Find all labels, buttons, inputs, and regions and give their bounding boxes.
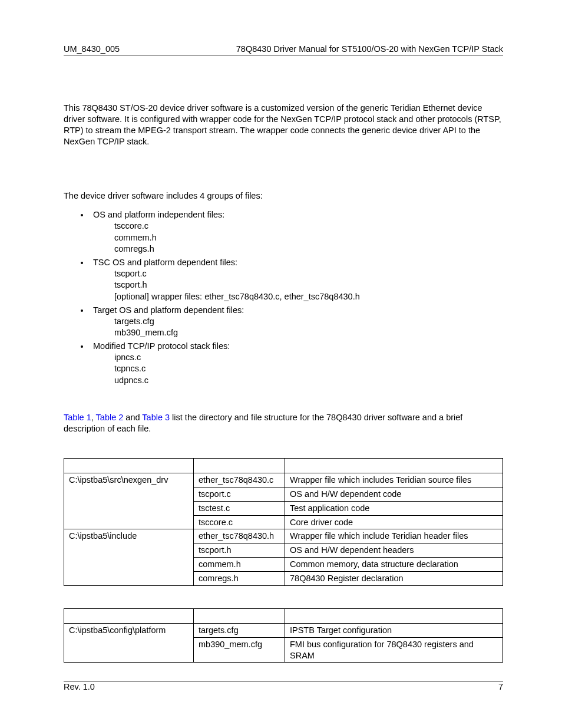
cell-directory: C:\ipstba5\src\nexgen_drv [64,473,194,529]
cell-description: OS and H/W dependent headers [285,543,503,558]
file-name: tcpncs.c [114,363,503,375]
cell-description: FMI bus configuration for 78Q8430 regist… [285,637,503,663]
table-row: C:\ipstba5\config\platform targets.cfg I… [64,623,503,637]
cell-description: Test application code [285,501,503,515]
header-doc-title: 78Q8430 Driver Manual for ST5100/OS-20 w… [236,44,503,54]
intro-paragraph: This 78Q8430 ST/OS-20 device driver soft… [64,103,503,147]
footer-revision: Rev. 1.0 [64,682,95,691]
cell-filename: mb390_mem.cfg [194,637,285,663]
list-item: OS and platform independent files: tscco… [90,210,503,255]
page-footer: Rev. 1.0 7 [64,681,503,691]
cell-filename: ether_tsc78q8430.h [194,529,285,543]
group-title: TSC OS and platform dependent files: [93,258,237,267]
group-files: tsccore.c commem.h comregs.h [93,220,503,255]
cell-filename: commem.h [194,558,285,572]
file-name: targets.cfg [114,316,503,328]
cell-description: Wrapper file which include Teridian head… [285,529,503,543]
table-header-row [64,459,503,473]
table2-link[interactable]: Table 2 [96,413,124,422]
group-files: targets.cfg mb390_mem.cfg [93,316,503,339]
cell-filename: tscport.c [194,487,285,501]
table-1: C:\ipstba5\src\nexgen_drv ether_tsc78q84… [64,458,503,586]
group-title: Modified TCP/IP protocol stack files: [93,341,230,351]
table1-link[interactable]: Table 1 [64,413,91,422]
tables-intro-paragraph: Table 1, Table 2 and Table 3 list the di… [64,412,503,434]
file-name: udpncs.c [114,375,503,387]
group-files: tscport.c tscport.h [optional] wrapper f… [93,268,503,303]
list-item: Modified TCP/IP protocol stack files: ip… [90,341,503,387]
footer-page-number: 7 [498,682,503,691]
table3-link[interactable]: Table 3 [142,413,170,422]
text: , [91,413,96,422]
page-header: UM_8430_005 78Q8430 Driver Manual for ST… [64,44,503,55]
file-name: comregs.h [114,243,503,255]
table-header-row [64,608,503,623]
group-files: ipncs.c tcpncs.c udpncs.c [93,352,503,387]
cell-description: 78Q8430 Register declaration [285,572,503,586]
cell-description: Common memory, data structure declaratio… [285,558,503,572]
file-name: [optional] wrapper files: ether_tsc78q84… [114,291,503,303]
header-doc-id: UM_8430_005 [64,44,120,54]
text: and [123,413,142,422]
file-name: tsccore.c [114,220,503,232]
cell-description: OS and H/W dependent code [285,487,503,501]
cell-directory: C:\ipstba5\include [64,529,194,585]
list-item: Target OS and platform dependent files: … [90,305,503,339]
cell-description: IPSTB Target configuration [285,623,503,637]
file-name: ipncs.c [114,352,503,364]
table-row: C:\ipstba5\include ether_tsc78q8430.h Wr… [64,529,503,543]
cell-filename: tscport.h [194,543,285,558]
cell-directory: C:\ipstba5\config\platform [64,623,194,663]
file-groups-list: OS and platform independent files: tscco… [64,210,503,386]
file-name: mb390_mem.cfg [114,327,503,339]
file-name: tscport.c [114,268,503,280]
group-title: OS and platform independent files: [93,210,224,219]
list-item: TSC OS and platform dependent files: tsc… [90,258,503,303]
file-groups-intro: The device driver software includes 4 gr… [64,190,503,202]
cell-filename: ether_tsc78q8430.c [194,473,285,487]
cell-description: Core driver code [285,515,503,529]
file-name: tscport.h [114,279,503,291]
table-row: C:\ipstba5\src\nexgen_drv ether_tsc78q84… [64,473,503,487]
cell-filename: targets.cfg [194,623,285,637]
cell-filename: tsctest.c [194,501,285,515]
file-name: commem.h [114,232,503,244]
cell-filename: comregs.h [194,572,285,586]
table-2: C:\ipstba5\config\platform targets.cfg I… [64,608,503,663]
document-page: UM_8430_005 78Q8430 Driver Manual for ST… [0,0,562,728]
group-title: Target OS and platform dependent files: [93,305,244,315]
cell-description: Wrapper file which includes Teridian sou… [285,473,503,487]
cell-filename: tsccore.c [194,515,285,529]
